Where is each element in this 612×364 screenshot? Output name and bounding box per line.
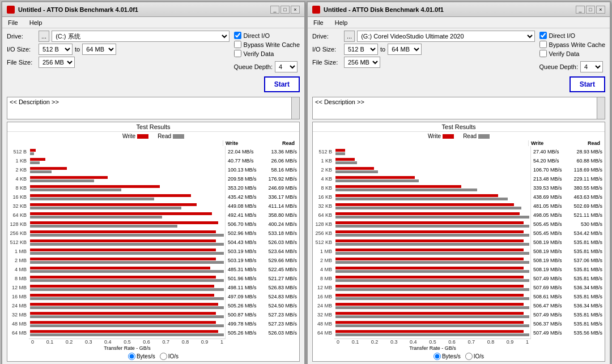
read-value: 521.27 MB/s	[268, 276, 297, 281]
close-button[interactable]: ×	[291, 6, 300, 14]
bytes-radio-item[interactable]: Bytes/s	[434, 353, 461, 360]
start-button[interactable]: Start	[570, 76, 605, 92]
bar-row	[335, 165, 529, 174]
bar-write	[30, 167, 67, 170]
iosize-to[interactable]: 64 MB	[388, 44, 422, 55]
start-button[interactable]: Start	[264, 76, 300, 92]
queue-label: Queue Depth:	[234, 63, 273, 70]
description-area[interactable]: << Description >>	[7, 97, 300, 119]
row-label: 16 KB	[315, 194, 332, 200]
bytes-radio[interactable]	[128, 353, 135, 360]
x-tick: 0.9	[507, 339, 514, 345]
close-button[interactable]: ×	[596, 6, 605, 14]
read-value: 58.16 MB/s	[271, 167, 297, 173]
verify-checkbox[interactable]	[539, 50, 547, 57]
value-row: 507.49 MB/s535.81 MB/s	[533, 276, 602, 281]
filesize-select[interactable]: 256 MB	[39, 57, 75, 68]
iosize-to[interactable]: 64 MB	[82, 44, 116, 55]
bytes-radio-item[interactable]: Bytes/s	[128, 353, 155, 360]
x-tick: 0.7	[468, 339, 475, 345]
iosize-from[interactable]: 512 B	[344, 44, 378, 55]
bypass-checkbox[interactable]	[234, 41, 241, 48]
write-legend-color	[137, 134, 148, 139]
drive-select[interactable]: (C:) 系统	[52, 31, 229, 42]
write-value: 449.08 MB/s	[228, 203, 257, 209]
value-row: 22.04 MB/s13.36 MB/s	[228, 149, 297, 155]
value-row: 500.87 MB/s527.23 MB/s	[228, 312, 297, 318]
bypass-checkbox[interactable]	[539, 41, 547, 48]
menu-file[interactable]: File	[6, 19, 20, 27]
bar-write	[335, 158, 355, 161]
chart-labels: 512 B1 KB2 KB4 KB8 KB16 KB32 KB64 KB128 …	[7, 146, 29, 339]
value-row: 506.37 MB/s535.81 MB/s	[533, 321, 602, 327]
bar-row	[30, 211, 224, 220]
directio-checkbox[interactable]	[539, 32, 547, 39]
io-label: IO/s	[168, 353, 178, 359]
read-value: 535.81 MB/s	[573, 276, 602, 281]
read-value: 535.81 MB/s	[573, 239, 602, 245]
chart-legend: Write Read	[7, 132, 299, 140]
bypass-label: Bypass Write Cache	[244, 41, 300, 48]
menu-help[interactable]: Help	[333, 19, 350, 27]
x-tick: 0.8	[487, 339, 495, 345]
x-tick: 0.3	[390, 339, 398, 345]
write-value: 438.69 MB/s	[533, 194, 562, 200]
description-area[interactable]: << Description >>	[312, 97, 605, 119]
bytes-radio[interactable]	[434, 353, 441, 360]
iosize-label: I/O Size:	[7, 46, 36, 53]
value-row: 505.26 MB/s526.03 MB/s	[228, 330, 297, 336]
bar-row	[335, 310, 529, 319]
io-radio[interactable]	[160, 353, 167, 360]
write-legend: Write	[428, 133, 454, 139]
bar-read	[335, 297, 529, 300]
bar-row	[335, 238, 529, 247]
value-row: 481.05 MB/s502.69 MB/s	[533, 203, 602, 209]
drive-select[interactable]: (G:) Corel VideoStudio Ultimate 2020	[357, 31, 534, 42]
row-label: 1 KB	[10, 158, 27, 164]
io-radio[interactable]	[465, 353, 473, 360]
directio-checkbox[interactable]	[234, 32, 241, 39]
bar-read	[335, 252, 529, 255]
menu-file[interactable]: File	[311, 19, 326, 27]
bar-row	[30, 292, 224, 301]
bar-row	[335, 202, 529, 211]
bar-row	[335, 247, 529, 256]
write-value: 506.70 MB/s	[228, 221, 257, 227]
read-value: 380.55 MB/s	[573, 185, 602, 191]
read-value: 535.81 MB/s	[573, 249, 602, 254]
verify-checkbox[interactable]	[234, 50, 241, 57]
value-row: 100.13 MB/s58.16 MB/s	[228, 167, 297, 173]
bar-row	[335, 156, 529, 165]
read-value: 537.06 MB/s	[573, 258, 602, 263]
maximize-button[interactable]: □	[280, 6, 290, 14]
browse-button[interactable]: ...	[39, 31, 49, 42]
read-value: 502.69 MB/s	[573, 203, 602, 209]
read-value: 535.81 MB/s	[573, 312, 602, 318]
bar-row	[30, 238, 224, 247]
value-row: 438.69 MB/s463.63 MB/s	[533, 194, 602, 200]
iosize-from[interactable]: 512 B	[39, 44, 73, 55]
row-label: 1 MB	[315, 249, 332, 254]
io-radio-item[interactable]: IO/s	[465, 353, 484, 360]
x-axis-area: 00.10.20.30.40.50.60.70.80.91Transfer Ra…	[7, 339, 299, 352]
bar-write	[335, 212, 520, 215]
queue-select[interactable]: 4	[275, 61, 298, 72]
menu-help[interactable]: Help	[27, 19, 45, 27]
queue-select[interactable]: 4	[580, 61, 603, 72]
minimize-button[interactable]: _	[270, 6, 279, 14]
filesize-select[interactable]: 256 MB	[344, 57, 380, 68]
to-label: to	[380, 46, 385, 53]
value-row: 492.41 MB/s358.80 MB/s	[228, 212, 297, 218]
write-value: 507.49 MB/s	[533, 312, 562, 318]
minimize-button[interactable]: _	[576, 6, 585, 14]
read-value: 118.69 MB/s	[573, 167, 602, 173]
desc-scrollbar[interactable]	[291, 97, 299, 119]
controls-left: Drive: ... (C:) 系统 I/O Size: 512 B to 64…	[7, 31, 230, 92]
desc-scrollbar[interactable]	[597, 97, 605, 119]
x-axis-ticks: 00.10.20.30.40.50.60.70.80.91	[29, 339, 226, 345]
bar-row	[30, 165, 224, 174]
io-radio-item[interactable]: IO/s	[160, 353, 178, 360]
bar-read	[30, 333, 224, 336]
browse-button[interactable]: ...	[344, 31, 355, 42]
maximize-button[interactable]: □	[586, 6, 595, 14]
